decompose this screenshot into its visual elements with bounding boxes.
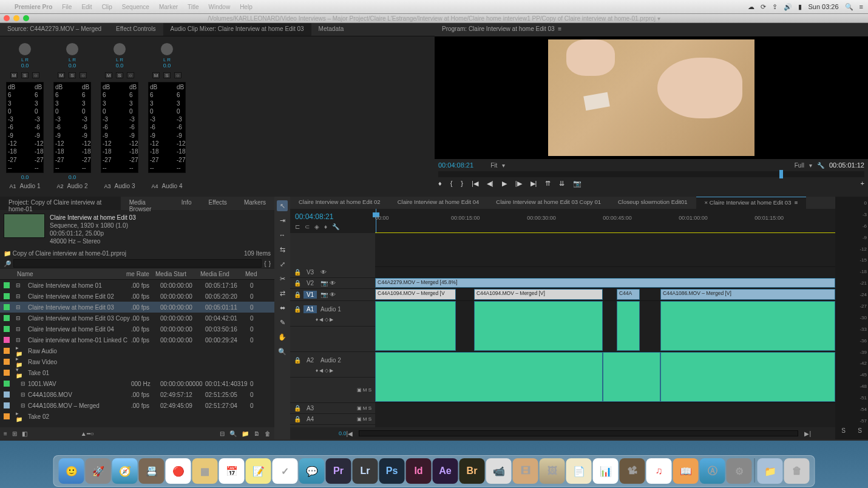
solo-button[interactable]: S — [21, 72, 29, 78]
project-row[interactable]: ▾ 📁 Take 01 — [0, 367, 274, 378]
project-row[interactable]: ⊟ Claire interview at home-01 Linked C .… — [0, 334, 274, 345]
resolution-dropdown-icon[interactable]: ▾ — [809, 162, 812, 169]
label-swatch[interactable] — [4, 304, 10, 310]
preferences-icon[interactable]: ⚙ — [727, 458, 752, 484]
clip-v1b[interactable]: C44A1094.MOV – Merged [V] — [474, 289, 603, 300]
downloads-icon[interactable]: 📁 — [758, 458, 783, 484]
mission-control-icon[interactable]: ▦ — [192, 458, 218, 484]
track-header-a4[interactable]: 🔒A4▣ M S — [290, 414, 375, 425]
timeline-content[interactable]: C44A2279.MOV – Merged [45.8%] C44A1094.M… — [375, 233, 835, 427]
label-swatch[interactable] — [4, 326, 10, 332]
safari-icon[interactable]: 🧭 — [112, 458, 138, 484]
label-swatch[interactable] — [4, 359, 10, 365]
solo-button[interactable]: S — [116, 72, 123, 78]
tab-media-browser[interactable]: Media Browser — [121, 197, 173, 210]
lift-icon[interactable]: ⇈ — [545, 180, 551, 188]
project-row[interactable]: ⊟ Claire Interview at home Edit 03 Copy … — [0, 313, 274, 324]
label-swatch[interactable] — [4, 337, 10, 343]
clip-v2[interactable]: C44A2279.MOV – Merged [45.8%] — [375, 278, 835, 288]
pan-value[interactable]: 0.0 — [163, 63, 171, 69]
status-backup-icon[interactable]: ⟳ — [761, 3, 766, 11]
aftereffects-icon[interactable]: Ae — [433, 458, 458, 484]
clip-a1b[interactable] — [474, 301, 603, 351]
zoom-fit[interactable]: Fit — [490, 162, 497, 169]
hand-tool-icon[interactable]: ✋ — [277, 331, 288, 342]
step-back-icon[interactable]: ◀| — [487, 180, 493, 188]
mixer-channel-A2[interactable]: L R 0.0 MS○ dB630-3-6-9-12-18-27--dB630-… — [50, 41, 95, 192]
tab-effect-controls[interactable]: Effect Controls — [109, 23, 163, 36]
close-icon[interactable] — [4, 15, 10, 21]
label-swatch[interactable] — [4, 348, 10, 354]
keynote-icon[interactable]: 📽 — [620, 458, 645, 484]
project-row[interactable]: ▸ 📁 Raw Video — [0, 356, 274, 367]
trash-icon[interactable]: 🗑 — [784, 458, 810, 484]
extract-icon[interactable]: ⇊ — [559, 180, 565, 188]
zoom-slider[interactable]: ▲━○ — [81, 430, 94, 437]
col-dur[interactable]: Med — [245, 271, 257, 277]
facetime-icon[interactable]: 📹 — [486, 458, 512, 484]
clip-v1c[interactable]: C44A — [617, 289, 640, 300]
fx-button[interactable]: ○ — [32, 72, 39, 78]
pan-value[interactable]: 0.0 — [116, 63, 124, 69]
mark-out-icon[interactable]: } — [461, 180, 463, 188]
export-frame-icon[interactable]: 📷 — [573, 180, 581, 188]
filter-out-icon[interactable]: } — [269, 260, 271, 267]
label-swatch[interactable] — [4, 391, 10, 398]
label-swatch[interactable] — [4, 282, 10, 288]
clip-v1a[interactable]: C44A1094.MOV – Merged [V — [375, 289, 456, 300]
selection-tool-icon[interactable]: ↖ — [277, 200, 288, 211]
bridge-icon[interactable]: Br — [459, 458, 485, 484]
track-header-a2[interactable]: 🔒A2Audio 2 ♦ ◀ ◇ ▶ — [290, 352, 375, 378]
status-wifi-icon[interactable]: ⇪ — [772, 3, 778, 11]
list-view-icon[interactable]: ≡ — [4, 430, 7, 437]
timeline-tab[interactable]: Claire Interview at home Edit 04 — [389, 197, 488, 209]
clip-a2b[interactable] — [603, 352, 660, 402]
mixer-channel-A1[interactable]: L R 0.0 MS○ dB630-3-6-9-12-18-27--dB630-… — [2, 41, 47, 192]
pen-tool-icon[interactable]: ✎ — [277, 317, 288, 328]
tab-audio-mixer[interactable]: Audio Clip Mixer: Claire Interview at ho… — [163, 23, 311, 36]
clear-icon[interactable]: 🗑 — [265, 430, 271, 437]
clip-a1d[interactable] — [660, 301, 835, 351]
project-row[interactable]: ⊟ Claire Interview at home 01 .00 fps 00… — [0, 280, 274, 291]
notifications-icon[interactable]: ≡ — [860, 3, 863, 10]
project-row[interactable]: ⊟ 1001.WAV 000 Hz 00:00:00:00000 00:01:4… — [0, 378, 274, 389]
razor-tool-icon[interactable]: ✂ — [277, 273, 288, 284]
timeline-tab[interactable]: Closeup slowmotion Edit01 — [609, 197, 696, 209]
reminders-icon[interactable]: ✓ — [273, 458, 298, 484]
col-name[interactable]: Name — [17, 271, 126, 277]
project-row[interactable]: ⊟ Claire Interview at home Edit 02 .00 f… — [0, 291, 274, 302]
rate-tool-icon[interactable]: ⤢ — [277, 259, 288, 269]
status-cloud-icon[interactable]: ☁ — [748, 3, 754, 11]
menu-title[interactable]: Title — [188, 4, 199, 10]
step-fwd-icon[interactable]: |▶ — [515, 180, 522, 188]
sequence-thumbnail[interactable] — [4, 214, 45, 238]
project-row[interactable]: ⊟ Claire Interview at home Edit 03 .00 f… — [0, 302, 274, 313]
label-swatch[interactable] — [4, 315, 10, 321]
clip-a2a[interactable] — [375, 352, 603, 402]
timeline-scrollbar[interactable] — [359, 430, 798, 436]
col-start[interactable]: Media Start — [155, 271, 200, 277]
preview-icon[interactable]: 🖼 — [540, 458, 565, 484]
playhead-indicator[interactable] — [779, 170, 783, 178]
track-header-v2[interactable]: 🔒V2📷 👁 — [290, 278, 375, 289]
contacts-icon[interactable]: 📇 — [139, 458, 164, 484]
zoom-tool-icon[interactable]: 🔍 — [277, 346, 288, 357]
launchpad-icon[interactable]: 🚀 — [86, 458, 111, 484]
freeform-view-icon[interactable]: ◧ — [22, 430, 27, 437]
clip-a2c[interactable] — [660, 352, 835, 402]
label-swatch[interactable] — [4, 370, 10, 376]
finder-icon[interactable]: 🙂 — [59, 458, 84, 484]
slide-tool-icon[interactable]: ⬌ — [277, 302, 288, 313]
fader-value[interactable]: 0.0 — [21, 174, 29, 180]
pan-knob[interactable] — [113, 42, 126, 56]
mark-in-icon[interactable]: { — [450, 180, 453, 188]
timeline-zoom-value[interactable]: 0.0 — [339, 430, 347, 436]
track-select-tool-icon[interactable]: ⇥ — [277, 215, 288, 226]
solo-button[interactable]: S — [163, 72, 171, 78]
marker-icon[interactable]: ♦ — [324, 223, 327, 230]
appstore-icon[interactable]: Ⓐ — [700, 458, 725, 484]
scroll-right-icon[interactable]: ▶| — [804, 430, 811, 437]
clip-a1a[interactable] — [375, 301, 456, 351]
tab-metadata[interactable]: Metadata — [311, 23, 351, 36]
spotlight-icon[interactable]: 🔍 — [845, 3, 853, 11]
